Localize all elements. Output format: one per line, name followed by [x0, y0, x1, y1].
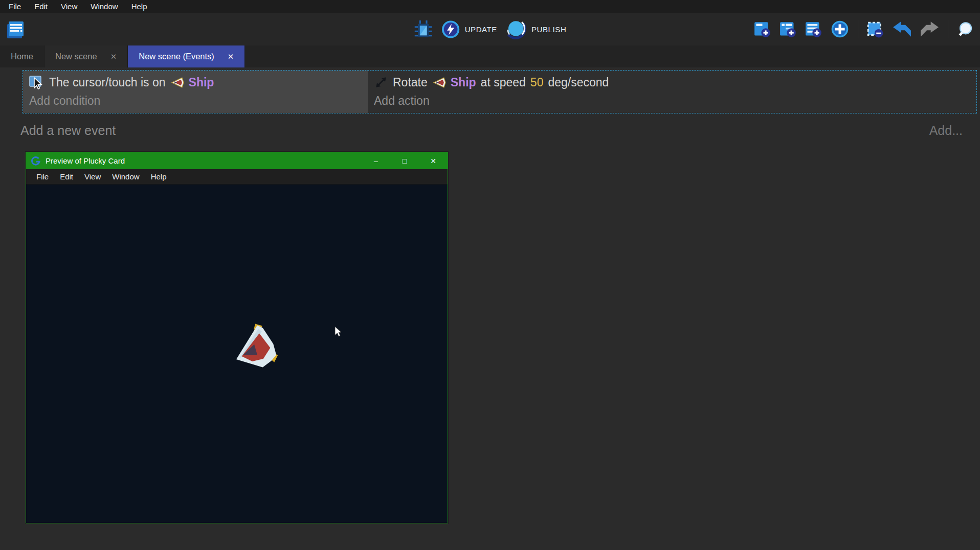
menu-help[interactable]: Help — [125, 0, 154, 13]
tab-new-scene[interactable]: New scene ✕ — [44, 45, 128, 67]
tab-new-scene-events[interactable]: New scene (Events) ✕ — [128, 45, 245, 67]
tab-close-icon[interactable]: ✕ — [110, 52, 117, 61]
action-instruction[interactable]: Rotate Ship at speed 50 deg/second — [374, 73, 970, 91]
condition-text: The cursor/touch is on — [49, 76, 166, 89]
gdevelop-logo-icon — [31, 156, 41, 166]
conditions-column[interactable]: The cursor/touch is on Ship Add conditio… — [23, 71, 368, 113]
menu-window[interactable]: Window — [84, 0, 124, 13]
rotate-action-icon — [374, 75, 388, 89]
tab-home[interactable]: Home — [0, 45, 44, 67]
add-new-event-button[interactable]: Add a new event — [20, 123, 116, 138]
preview-window[interactable]: Preview of Plucky Card – □ ✕ File Edit V… — [26, 152, 448, 523]
event-row[interactable]: The cursor/touch is on Ship Add conditio… — [23, 70, 977, 113]
add-condition-button[interactable]: Add condition — [29, 94, 362, 108]
undo-icon[interactable] — [893, 21, 911, 38]
preview-window-controls: – □ ✕ — [362, 152, 448, 169]
events-sheet: The cursor/touch is on Ship Add conditio… — [0, 67, 980, 138]
action-object-name: Ship — [451, 76, 476, 89]
add-event-icon[interactable] — [754, 21, 771, 38]
add-circle-icon[interactable] — [831, 20, 849, 38]
tab-label: Home — [11, 52, 33, 61]
preview-menu-view[interactable]: View — [79, 172, 106, 181]
tabbar: Home New scene ✕ New scene (Events) ✕ — [0, 45, 980, 67]
preview-menu-edit[interactable]: Edit — [54, 172, 79, 181]
add-more-button[interactable]: Add... — [929, 123, 963, 138]
debug-icon[interactable] — [414, 19, 433, 39]
tab-label: New scene — [55, 52, 97, 61]
action-speed-value: 50 — [530, 76, 544, 89]
add-action-button[interactable]: Add action — [374, 94, 970, 108]
redo-icon[interactable] — [920, 21, 939, 38]
menu-edit[interactable]: Edit — [28, 0, 54, 13]
action-verb: Rotate — [393, 76, 428, 89]
toolbar-separator — [948, 20, 948, 38]
preview-menu-window[interactable]: Window — [106, 172, 145, 181]
update-button[interactable]: UPDATE — [441, 20, 497, 39]
action-unit: deg/second — [548, 76, 609, 89]
toolbar-separator — [858, 20, 858, 38]
main-toolbar: UPDATE PUBLISH — [0, 13, 980, 45]
condition-instruction[interactable]: The cursor/touch is on Ship — [29, 73, 362, 91]
delete-selection-icon[interactable] — [867, 21, 884, 38]
actions-column[interactable]: Rotate Ship at speed 50 deg/second Add a… — [368, 71, 976, 113]
close-button[interactable]: ✕ — [419, 152, 448, 169]
condition-object-name: Ship — [189, 76, 214, 89]
game-canvas[interactable] — [26, 185, 448, 523]
ship-sprite — [234, 324, 279, 372]
tab-label: New scene (Events) — [139, 52, 214, 61]
preview-menubar: File Edit View Window Help — [26, 169, 448, 185]
menu-file[interactable]: File — [2, 0, 28, 13]
mouse-cursor-icon — [335, 327, 342, 337]
ship-object-icon — [170, 76, 184, 89]
cursor-on-object-icon — [29, 74, 44, 90]
search-icon[interactable] — [957, 21, 974, 38]
preview-titlebar[interactable]: Preview of Plucky Card – □ ✕ — [26, 152, 448, 169]
publish-button[interactable]: PUBLISH — [505, 18, 566, 40]
preview-menu-help[interactable]: Help — [145, 172, 172, 181]
app-menubar: File Edit View Window Help — [0, 0, 980, 13]
publish-planet-icon — [505, 18, 527, 40]
preview-window-title: Preview of Plucky Card — [46, 156, 362, 165]
add-comment-icon[interactable] — [805, 21, 822, 38]
project-manager-icon[interactable] — [5, 18, 26, 40]
add-event-row: Add a new event Add... — [0, 113, 980, 138]
preview-menu-file[interactable]: File — [31, 172, 54, 181]
menu-view[interactable]: View — [54, 0, 84, 13]
publish-label: PUBLISH — [531, 25, 566, 34]
update-lightning-icon — [441, 20, 460, 39]
action-text-mid: at speed — [481, 76, 526, 89]
add-subevent-icon[interactable] — [779, 21, 796, 38]
ship-object-icon — [432, 76, 446, 89]
tab-close-icon[interactable]: ✕ — [228, 52, 234, 61]
update-label: UPDATE — [465, 25, 497, 34]
maximize-button[interactable]: □ — [390, 152, 419, 169]
minimize-button[interactable]: – — [362, 152, 390, 169]
